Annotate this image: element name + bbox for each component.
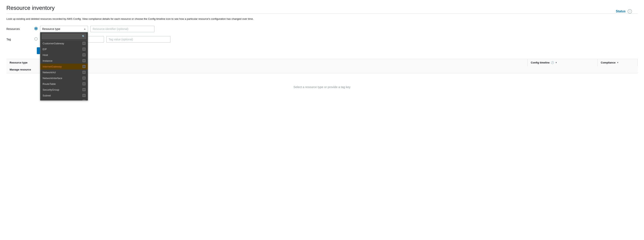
- resource-type-trigger[interactable]: Resource type ▲: [40, 26, 88, 32]
- dropdown-item[interactable]: NetworkInterface: [40, 75, 88, 81]
- dropdown-item-label: EIP: [42, 48, 47, 51]
- dropdown-item[interactable]: Subnet: [40, 93, 88, 99]
- dropdown-item-checkbox[interactable]: [82, 77, 86, 80]
- page-title: Resource inventory: [6, 5, 638, 11]
- dropdown-item-label: Instance: [42, 59, 52, 62]
- tag-value-input[interactable]: [106, 36, 170, 42]
- tag-label: Tag: [6, 36, 34, 41]
- page-description: Look up existing and deleted resources r…: [6, 17, 638, 21]
- dropdown-item[interactable]: InternetGateway: [40, 64, 88, 70]
- status-link[interactable]: Status: [616, 9, 626, 13]
- dropdown-item[interactable]: VPC: [40, 99, 88, 101]
- dropdown-item-checkbox[interactable]: [82, 53, 86, 56]
- dropdown-item-checkbox[interactable]: [82, 59, 86, 62]
- sort-icon-compliance: ▼: [617, 62, 619, 64]
- col-config-timeline[interactable]: Config timeline 🕐 ▼: [528, 59, 598, 66]
- search-icon: 🔍: [82, 35, 85, 38]
- tag-radio[interactable]: [34, 37, 38, 40]
- dropdown-item-label: SecurityGroup: [42, 88, 59, 91]
- dropdown-item[interactable]: RouteTable: [40, 81, 88, 87]
- resources-radio[interactable]: [34, 27, 38, 30]
- dropdown-item[interactable]: EIP: [40, 46, 88, 52]
- dropdown-item-label: RouteTable: [42, 83, 56, 86]
- dropdown-item-checkbox[interactable]: [82, 65, 86, 68]
- dropdown-item-label: NetworkInterface: [42, 77, 62, 80]
- dropdown-item-label: Subnet: [42, 94, 51, 97]
- col-compliance[interactable]: Compliance ▼: [598, 59, 638, 66]
- dropdown-item-checkbox[interactable]: [82, 71, 86, 74]
- clock-icon: 🕐: [551, 61, 554, 64]
- resources-label: Resources: [6, 26, 34, 30]
- dropdown-item-checkbox[interactable]: [82, 42, 86, 45]
- col-manage-resource: Manage resource: [6, 66, 42, 73]
- dropdown-item-checkbox[interactable]: [82, 88, 86, 91]
- dropdown-search-wrapper: 🔍: [40, 32, 88, 40]
- table-empty-message: Select a resource type or provide a tag …: [6, 73, 638, 101]
- dropdown-item-label: NetworkAcl: [42, 71, 56, 74]
- dropdown-item[interactable]: CustomerGateway: [40, 40, 88, 46]
- col-resource-type: Resource type: [6, 59, 42, 66]
- dropdown-item-checkbox[interactable]: [82, 94, 86, 97]
- help-icon[interactable]: ?: [628, 9, 632, 13]
- dropdown-item-label: VPC: [42, 100, 48, 101]
- col-resource-identifier: Resource identifier: [42, 59, 528, 66]
- chevron-up-icon: ▲: [84, 28, 86, 30]
- page-divider: [6, 13, 638, 14]
- dropdown-item-label: Host: [42, 53, 48, 56]
- resource-type-dropdown[interactable]: Resource type ▲ 🔍 CustomerGatewayEIPHost…: [40, 26, 88, 32]
- dropdown-item-checkbox[interactable]: [82, 83, 86, 85]
- sort-icon: ▼: [555, 62, 557, 64]
- resource-identifier-input[interactable]: [90, 26, 154, 32]
- dropdown-item[interactable]: Instance: [40, 58, 88, 64]
- dropdown-item[interactable]: NetworkAcl: [40, 70, 88, 75]
- dropdown-item-checkbox[interactable]: [82, 100, 86, 101]
- dropdown-list: CustomerGatewayEIPHostInstanceInternetGa…: [40, 40, 88, 101]
- dropdown-item-checkbox[interactable]: [82, 48, 86, 50]
- resource-type-menu: 🔍 CustomerGatewayEIPHostInstanceInternet…: [40, 32, 88, 101]
- dropdown-item[interactable]: SecurityGroup: [40, 87, 88, 93]
- dropdown-item[interactable]: Host: [40, 52, 88, 58]
- table-header: Resource type Resource identifier Config…: [6, 59, 638, 73]
- dropdown-item-label: CustomerGateway: [42, 42, 64, 45]
- dropdown-item-label: InternetGateway: [42, 65, 62, 68]
- resource-type-label: Resource type: [42, 27, 60, 30]
- dropdown-search-input[interactable]: [42, 33, 86, 39]
